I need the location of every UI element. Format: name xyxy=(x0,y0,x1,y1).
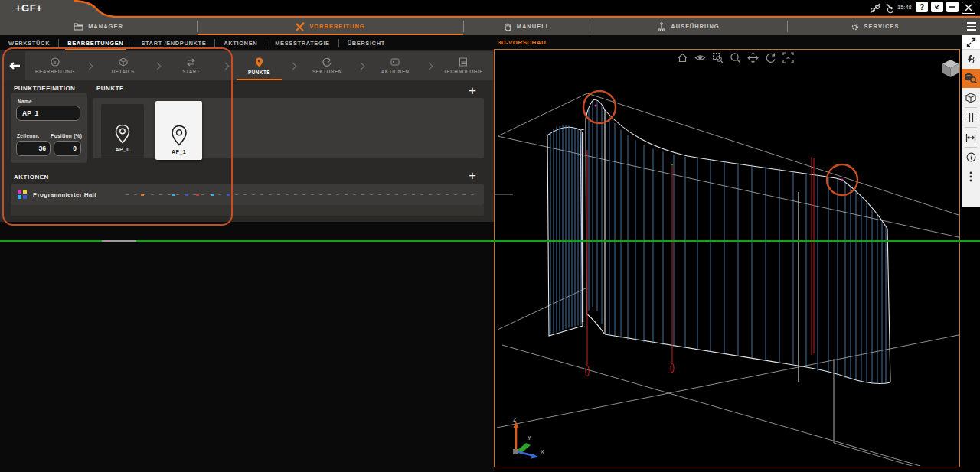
tab-divider xyxy=(962,21,962,32)
timeline-tick xyxy=(141,194,144,196)
axis-x-label: X xyxy=(541,449,544,454)
subtab-uebersicht[interactable]: ÜBERSICHT xyxy=(339,35,394,50)
selected-tab-underline xyxy=(198,34,463,36)
minimize-button[interactable] xyxy=(946,2,959,12)
probe-status-icon xyxy=(884,3,895,14)
info-button[interactable] xyxy=(962,148,980,167)
axis-y-label: Y xyxy=(528,435,531,441)
wizard-step-label: START xyxy=(182,69,200,74)
bounding-box-lines xyxy=(495,93,959,466)
info-icon xyxy=(966,152,976,162)
point-marker-ap1 xyxy=(841,179,844,181)
tab-services[interactable]: SERVICES xyxy=(787,18,962,35)
tab-label: SERVICES xyxy=(864,23,900,30)
punkte-list: AP_0 AP_1 xyxy=(93,98,484,158)
clock: 15:48 xyxy=(897,4,912,11)
position-input[interactable]: 0 xyxy=(54,141,81,156)
help-button[interactable]: ? xyxy=(916,2,928,12)
add-action-button[interactable]: + xyxy=(469,169,476,182)
view-cube[interactable] xyxy=(941,59,960,78)
pin-icon xyxy=(255,57,263,67)
more-options-button[interactable] xyxy=(962,167,980,186)
tab-label: MANUELL xyxy=(517,23,550,30)
preview-3d-viewport[interactable]: Z Y X xyxy=(494,49,960,467)
view-eye-icon[interactable] xyxy=(694,52,706,63)
tab-label: MANAGER xyxy=(88,23,123,30)
restore-icon xyxy=(933,3,941,11)
wizard-step-start[interactable]: START xyxy=(162,51,221,80)
pan-icon[interactable] xyxy=(747,52,759,63)
axis-triad: Z Y X xyxy=(502,415,550,461)
restore-button[interactable] xyxy=(931,2,943,12)
close-button[interactable] xyxy=(962,2,975,14)
grid-icon xyxy=(966,112,976,122)
zoom-window-icon[interactable] xyxy=(712,52,724,63)
punktdefinition-title: PUNKTDEFINITION xyxy=(14,85,75,92)
grid-toggle-button[interactable] xyxy=(962,108,980,127)
tab-divider xyxy=(787,21,788,32)
left-content: BEARBEITUNG DETAILS START xyxy=(0,50,494,222)
rotate-icon[interactable] xyxy=(765,52,776,63)
pin-icon xyxy=(114,124,131,144)
tab-manuell[interactable]: MANUELL xyxy=(463,18,590,35)
name-input[interactable]: AP_1 xyxy=(16,106,80,121)
action-row[interactable]: Programmierter Halt xyxy=(11,184,484,205)
minimize-icon xyxy=(949,3,956,11)
titlebar: +GF+ 15:48 ? xyxy=(0,0,980,18)
add-point-button[interactable]: + xyxy=(469,84,476,97)
wizard-step-technologie[interactable]: TECHNOLOGIE xyxy=(433,51,493,80)
back-button[interactable] xyxy=(4,51,25,80)
measure-button[interactable] xyxy=(962,128,980,147)
technology-list-icon xyxy=(459,57,468,67)
chevron-right-icon xyxy=(221,62,229,70)
subtab-aktionen[interactable]: AKTIONEN xyxy=(215,35,266,50)
machine-icon xyxy=(657,22,666,31)
action-label: Programmierter Halt xyxy=(33,191,96,198)
gf-logo-text: +GF+ xyxy=(15,2,42,14)
subtab-bearbeitungen[interactable]: BEARBEITUNGEN xyxy=(59,35,132,50)
back-arrow-icon xyxy=(8,62,21,70)
info-icon xyxy=(51,57,60,67)
line-number-input[interactable]: 36 xyxy=(16,141,51,156)
point-card-label: AP_1 xyxy=(172,149,186,155)
wizard-step-aktionen[interactable]: AKTIONEN xyxy=(365,51,425,80)
wizard-step-bearbeitung[interactable]: BEARBEITUNG xyxy=(25,51,85,80)
subtab-start-endpunkte[interactable]: START-/ENDPUNKTE xyxy=(132,35,214,50)
expand-icon xyxy=(966,37,976,47)
chevron-right-icon xyxy=(85,62,93,70)
timeline-tick xyxy=(196,194,199,196)
wizard-step-details[interactable]: DETAILS xyxy=(93,51,153,80)
timeline-tick xyxy=(185,194,188,196)
timeline-tick xyxy=(211,194,214,196)
punktdefinition-panel: Name AP_1 Zeilennr. Position (%) 36 0 xyxy=(11,93,87,163)
wizard-step-label: AKTIONEN xyxy=(381,69,410,74)
menu-button[interactable] xyxy=(962,18,980,35)
point-card-ap1[interactable]: AP_1 xyxy=(155,101,202,160)
zoom-icon[interactable] xyxy=(730,52,741,63)
name-label: Name xyxy=(18,99,32,104)
action-row-empty xyxy=(11,205,484,216)
right-tool-strip xyxy=(962,35,980,207)
flash-icon xyxy=(966,54,976,65)
tab-ausfuehrung[interactable]: AUSFÜHRUNG xyxy=(590,18,787,35)
subtab-werkstueck[interactable]: WERKSTÜCK xyxy=(0,35,58,50)
tab-manager[interactable]: MANAGER xyxy=(0,18,197,35)
folder-icon xyxy=(74,22,83,31)
wizard-step-label: BEARBEITUNG xyxy=(35,69,75,74)
gear-icon xyxy=(851,22,860,31)
point-card-label: AP_0 xyxy=(115,147,129,152)
cube-icon xyxy=(965,93,976,103)
model-view-button[interactable] xyxy=(962,88,980,107)
subtab-messstrategie[interactable]: MESSSTRATEGIE xyxy=(266,35,338,50)
flash-tool-button[interactable] xyxy=(962,50,980,69)
preview-panel-title: 3D-VORSCHAU xyxy=(498,39,546,46)
home-icon[interactable] xyxy=(677,52,688,63)
wizard-step-sektoren[interactable]: SEKTOREN xyxy=(297,51,357,80)
kebab-menu-icon xyxy=(969,171,972,182)
expand-panel-button[interactable] xyxy=(962,35,980,50)
wizard-step-punkte[interactable]: PUNKTE xyxy=(230,51,289,80)
inspect-model-button[interactable] xyxy=(962,69,980,88)
point-card-ap0[interactable]: AP_0 xyxy=(101,104,144,158)
fit-view-icon[interactable] xyxy=(782,52,794,63)
tab-label: AUSFÜHRUNG xyxy=(671,23,719,30)
